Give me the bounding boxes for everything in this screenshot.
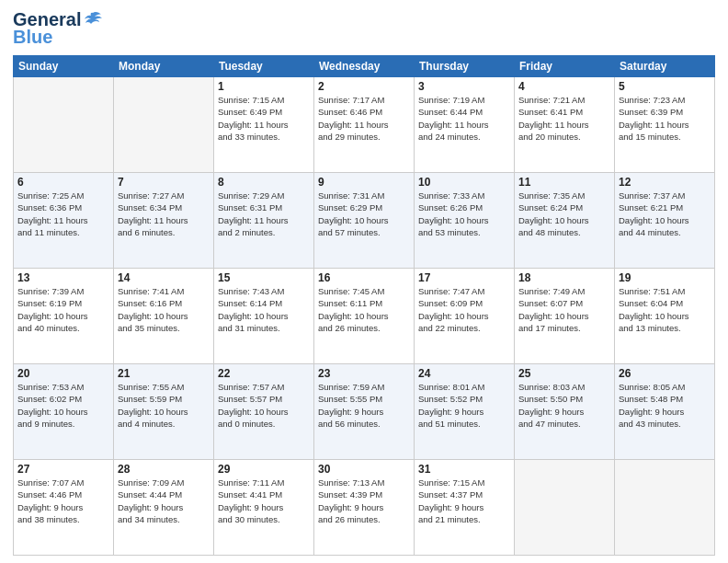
day-number: 3	[418, 80, 510, 93]
week-row-3: 13Sunrise: 7:39 AM Sunset: 6:19 PM Dayli…	[14, 269, 715, 364]
weekday-header-tuesday: Tuesday	[214, 56, 314, 77]
weekday-header-saturday: Saturday	[615, 56, 715, 77]
day-info: Sunrise: 8:03 AM Sunset: 5:50 PM Dayligh…	[518, 381, 610, 430]
day-number: 7	[118, 176, 210, 189]
day-info: Sunrise: 8:05 AM Sunset: 5:48 PM Dayligh…	[619, 381, 711, 430]
calendar-cell: 14Sunrise: 7:41 AM Sunset: 6:16 PM Dayli…	[114, 269, 214, 364]
day-info: Sunrise: 7:39 AM Sunset: 6:19 PM Dayligh…	[17, 285, 109, 334]
calendar-cell: 21Sunrise: 7:55 AM Sunset: 5:59 PM Dayli…	[114, 364, 214, 460]
day-number: 1	[218, 80, 310, 93]
day-info: Sunrise: 7:23 AM Sunset: 6:39 PM Dayligh…	[619, 94, 711, 143]
calendar-cell: 2Sunrise: 7:17 AM Sunset: 6:46 PM Daylig…	[314, 77, 415, 173]
day-number: 9	[318, 176, 410, 189]
day-number: 10	[418, 176, 510, 189]
day-info: Sunrise: 7:33 AM Sunset: 6:26 PM Dayligh…	[418, 190, 510, 238]
day-number: 6	[17, 176, 109, 189]
calendar-cell: 25Sunrise: 8:03 AM Sunset: 5:50 PM Dayli…	[515, 364, 615, 460]
calendar-table: SundayMondayTuesdayWednesdayThursdayFrid…	[13, 55, 715, 556]
day-number: 13	[17, 271, 109, 284]
day-number: 17	[418, 271, 510, 284]
day-number: 18	[518, 271, 610, 284]
day-number: 29	[218, 463, 310, 476]
calendar-cell: 8Sunrise: 7:29 AM Sunset: 6:31 PM Daylig…	[214, 173, 314, 269]
calendar-cell: 4Sunrise: 7:21 AM Sunset: 6:41 PM Daylig…	[515, 77, 615, 173]
day-info: Sunrise: 8:01 AM Sunset: 5:52 PM Dayligh…	[418, 381, 510, 430]
week-row-4: 20Sunrise: 7:53 AM Sunset: 6:02 PM Dayli…	[14, 364, 715, 460]
calendar-cell: 3Sunrise: 7:19 AM Sunset: 6:44 PM Daylig…	[415, 77, 515, 173]
calendar-cell: 1Sunrise: 7:15 AM Sunset: 6:49 PM Daylig…	[214, 77, 314, 173]
day-number: 30	[318, 463, 410, 476]
logo: General Blue	[13, 9, 103, 48]
day-info: Sunrise: 7:51 AM Sunset: 6:04 PM Dayligh…	[619, 285, 711, 334]
calendar-cell: 5Sunrise: 7:23 AM Sunset: 6:39 PM Daylig…	[615, 77, 715, 173]
day-info: Sunrise: 7:25 AM Sunset: 6:36 PM Dayligh…	[17, 190, 109, 238]
day-info: Sunrise: 7:17 AM Sunset: 6:46 PM Dayligh…	[318, 94, 410, 143]
day-info: Sunrise: 7:21 AM Sunset: 6:41 PM Dayligh…	[518, 94, 610, 143]
calendar-cell: 22Sunrise: 7:57 AM Sunset: 5:57 PM Dayli…	[214, 364, 314, 460]
calendar-body: 1Sunrise: 7:15 AM Sunset: 6:49 PM Daylig…	[14, 77, 715, 556]
day-number: 14	[118, 271, 210, 284]
day-info: Sunrise: 7:49 AM Sunset: 6:07 PM Dayligh…	[518, 285, 610, 334]
day-info: Sunrise: 7:13 AM Sunset: 4:39 PM Dayligh…	[318, 477, 410, 525]
day-number: 25	[518, 367, 610, 380]
day-info: Sunrise: 7:37 AM Sunset: 6:21 PM Dayligh…	[619, 190, 711, 238]
weekday-header-thursday: Thursday	[415, 56, 515, 77]
day-info: Sunrise: 7:43 AM Sunset: 6:14 PM Dayligh…	[218, 285, 310, 334]
day-number: 12	[619, 176, 711, 189]
weekday-header-friday: Friday	[515, 56, 615, 77]
header: General Blue	[13, 9, 715, 48]
day-info: Sunrise: 7:47 AM Sunset: 6:09 PM Dayligh…	[418, 285, 510, 334]
day-number: 26	[619, 367, 711, 380]
day-info: Sunrise: 7:31 AM Sunset: 6:29 PM Dayligh…	[318, 190, 410, 238]
day-number: 28	[118, 463, 210, 476]
day-number: 21	[118, 367, 210, 380]
calendar-cell: 7Sunrise: 7:27 AM Sunset: 6:34 PM Daylig…	[114, 173, 214, 269]
week-row-1: 1Sunrise: 7:15 AM Sunset: 6:49 PM Daylig…	[14, 77, 715, 173]
calendar-cell: 31Sunrise: 7:15 AM Sunset: 4:37 PM Dayli…	[415, 460, 515, 556]
calendar-cell: 13Sunrise: 7:39 AM Sunset: 6:19 PM Dayli…	[14, 269, 114, 364]
weekday-header-monday: Monday	[114, 56, 214, 77]
day-number: 15	[218, 271, 310, 284]
weekday-header-wednesday: Wednesday	[314, 56, 415, 77]
page-container: General Blue SundayMondayTuesdayWednesda…	[0, 0, 728, 563]
day-info: Sunrise: 7:53 AM Sunset: 6:02 PM Dayligh…	[17, 381, 109, 430]
calendar-cell: 17Sunrise: 7:47 AM Sunset: 6:09 PM Dayli…	[415, 269, 515, 364]
weekday-header-sunday: Sunday	[14, 56, 114, 77]
day-number: 11	[518, 176, 610, 189]
calendar-cell: 28Sunrise: 7:09 AM Sunset: 4:44 PM Dayli…	[114, 460, 214, 556]
logo-bird-icon	[83, 11, 103, 28]
day-info: Sunrise: 7:11 AM Sunset: 4:41 PM Dayligh…	[218, 477, 310, 525]
calendar-cell: 15Sunrise: 7:43 AM Sunset: 6:14 PM Dayli…	[214, 269, 314, 364]
calendar-cell: 23Sunrise: 7:59 AM Sunset: 5:55 PM Dayli…	[314, 364, 415, 460]
calendar-cell	[14, 77, 114, 173]
day-info: Sunrise: 7:45 AM Sunset: 6:11 PM Dayligh…	[318, 285, 410, 334]
day-info: Sunrise: 7:59 AM Sunset: 5:55 PM Dayligh…	[318, 381, 410, 430]
day-info: Sunrise: 7:35 AM Sunset: 6:24 PM Dayligh…	[518, 190, 610, 238]
calendar-cell: 30Sunrise: 7:13 AM Sunset: 4:39 PM Dayli…	[314, 460, 415, 556]
day-info: Sunrise: 7:57 AM Sunset: 5:57 PM Dayligh…	[218, 381, 310, 430]
day-number: 24	[418, 367, 510, 380]
day-number: 22	[218, 367, 310, 380]
week-row-5: 27Sunrise: 7:07 AM Sunset: 4:46 PM Dayli…	[14, 460, 715, 556]
weekday-header-row: SundayMondayTuesdayWednesdayThursdayFrid…	[14, 56, 715, 77]
day-info: Sunrise: 7:19 AM Sunset: 6:44 PM Dayligh…	[418, 94, 510, 143]
day-info: Sunrise: 7:07 AM Sunset: 4:46 PM Dayligh…	[17, 477, 109, 525]
day-number: 8	[218, 176, 310, 189]
day-info: Sunrise: 7:55 AM Sunset: 5:59 PM Dayligh…	[118, 381, 210, 430]
calendar-cell: 12Sunrise: 7:37 AM Sunset: 6:21 PM Dayli…	[615, 173, 715, 269]
calendar-cell: 16Sunrise: 7:45 AM Sunset: 6:11 PM Dayli…	[314, 269, 415, 364]
calendar-cell	[515, 460, 615, 556]
day-number: 4	[518, 80, 610, 93]
day-info: Sunrise: 7:29 AM Sunset: 6:31 PM Dayligh…	[218, 190, 310, 238]
calendar-cell: 29Sunrise: 7:11 AM Sunset: 4:41 PM Dayli…	[214, 460, 314, 556]
calendar-cell: 18Sunrise: 7:49 AM Sunset: 6:07 PM Dayli…	[515, 269, 615, 364]
day-number: 20	[17, 367, 109, 380]
calendar-cell: 24Sunrise: 8:01 AM Sunset: 5:52 PM Dayli…	[415, 364, 515, 460]
calendar-cell	[114, 77, 214, 173]
calendar-cell: 20Sunrise: 7:53 AM Sunset: 6:02 PM Dayli…	[14, 364, 114, 460]
calendar-cell: 9Sunrise: 7:31 AM Sunset: 6:29 PM Daylig…	[314, 173, 415, 269]
day-number: 16	[318, 271, 410, 284]
day-number: 5	[619, 80, 711, 93]
day-info: Sunrise: 7:15 AM Sunset: 4:37 PM Dayligh…	[418, 477, 510, 525]
day-number: 27	[17, 463, 109, 476]
